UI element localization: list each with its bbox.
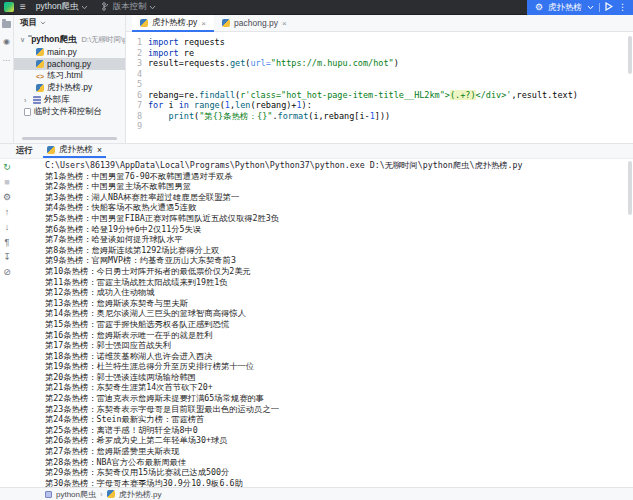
tree-item[interactable]: ›外部库	[14, 94, 125, 106]
project-name: python爬虫	[36, 1, 79, 13]
tree-item-label: 临时文件和控制台	[34, 106, 102, 118]
console-line: 第30条热榜：字母哥本赛季场均30.9分10.9板6.6助	[45, 478, 625, 487]
main-menu-icon[interactable]: ≡	[20, 2, 26, 12]
console-line: 第4条热榜：快船客场不敌热火遭遇5连败	[45, 202, 625, 213]
console-line: 第3条热榜：湖人NBA杯赛胜率超过雄鹿居全联盟第一	[45, 192, 625, 203]
console-line: 第28条热榜：NBA官方公布最新周最佳	[45, 457, 625, 468]
down-arrow-icon[interactable]: ↓	[2, 221, 13, 232]
code-line: import requests	[148, 37, 633, 48]
run-config-icon: ⚙	[535, 3, 543, 12]
console-line: 第7条热榜：哈登谈如何提升球队水平	[45, 234, 625, 245]
code-area[interactable]: 123456789 import requestsimport reresult…	[126, 32, 633, 143]
chevron-down-icon	[149, 5, 156, 10]
run-config-name[interactable]: 虎扑热榜	[548, 2, 582, 14]
breadcrumb-project[interactable]: python爬虫	[56, 489, 96, 500]
line-number: 6	[126, 90, 142, 101]
line-number: 8	[126, 111, 142, 122]
editor-tab[interactable]: 虎扑热榜.py×	[132, 15, 214, 31]
external-libraries-icon	[33, 96, 41, 104]
tree-root-path: D:\无聊时间\python爬虫	[81, 35, 125, 45]
console-line: 第1条热榜：中国男篮76-90不敌韩国遭遇对手双杀	[45, 171, 625, 182]
breadcrumb-file[interactable]: 虎扑热榜.py	[119, 489, 162, 500]
line-number: 4	[126, 69, 142, 80]
console-line: 第16条热榜：詹姆斯表示唯一在乎的就是胜利	[45, 330, 625, 341]
soft-wrap-icon[interactable]: ¶	[2, 236, 13, 247]
horizontal-scrollbar[interactable]	[22, 137, 117, 140]
console-output[interactable]: C:\Users\86139\AppData\Local\Programs\Py…	[45, 160, 625, 487]
console-line: 第6条热榜：哈登19分钟6中2仅11分5失误	[45, 224, 625, 235]
settings-icon[interactable]: ⚙	[2, 191, 13, 202]
commit-tool-icon[interactable]: ◉	[2, 36, 12, 46]
console-line: 第23条热榜：东契奇表示字母哥是目前联盟最出色的运动员之一	[45, 404, 625, 415]
chevron-collapsed-icon[interactable]: ›	[24, 97, 30, 104]
tree-item[interactable]: 虎扑热榜.py	[14, 82, 125, 94]
run-panel-header: 运行 虎扑热榜 ×	[0, 144, 633, 159]
run-panel: 运行 虎扑热榜 × ↻■⚙↑↓¶↧⊘ C:\Users\86139\AppDat…	[0, 143, 633, 487]
breadcrumb-separator: ›	[100, 490, 103, 499]
run-button[interactable]	[605, 2, 613, 13]
tree-item[interactable]: 临时文件和控制台	[14, 106, 125, 118]
tree-item[interactable]: main.py	[14, 46, 125, 58]
line-number: 3	[126, 58, 142, 69]
divider	[599, 3, 600, 12]
console-line: 第19条热榜：杜兰特生涯总得分升至历史排行榜第十一位	[45, 361, 625, 372]
branch-icon	[102, 2, 109, 13]
console-line: 第2条热榜：中国男篮主场不敌韩国男篮	[45, 181, 625, 192]
line-number: 2	[126, 48, 142, 59]
run-tab[interactable]: 虎扑热榜 ×	[43, 144, 106, 158]
chevron-down-icon	[40, 21, 46, 25]
project-panel-header[interactable]: 项目	[14, 15, 125, 32]
code-line	[148, 121, 633, 132]
pycharm-window: ≡ python爬虫 版本控制 ⚙ 虎扑热榜 ⋮ ◉ … 项目	[0, 0, 633, 500]
scrollbar-thumb[interactable]	[628, 161, 632, 215]
console-line: 第27条热榜：詹姆斯盛赞里夫斯表现	[45, 446, 625, 457]
pycharm-logo-icon	[4, 2, 14, 12]
close-icon[interactable]: ×	[201, 19, 206, 28]
more-tools-icon[interactable]: …	[2, 53, 12, 63]
more-actions-icon[interactable]: ⋮	[618, 3, 627, 12]
editor-tab[interactable]: pachong.py×	[214, 15, 295, 31]
python-file-icon	[36, 60, 44, 68]
tree-item[interactable]: <>练习.html	[14, 70, 125, 82]
close-icon[interactable]: ×	[97, 145, 102, 155]
line-number-gutter: 123456789	[126, 37, 148, 143]
console-line: 第17条热榜：郭士强回应首战失利	[45, 340, 625, 351]
editor-scrollbar[interactable]	[628, 36, 632, 74]
python-file-icon	[36, 48, 44, 56]
scroll-end-icon[interactable]: ↧	[2, 251, 13, 262]
scratch-file-icon	[24, 108, 31, 116]
stop-icon[interactable]: ■	[2, 176, 13, 187]
python-file-icon	[140, 19, 148, 27]
titlebar: ≡ python爬虫 版本控制 ⚙ 虎扑热榜 ⋮	[0, 0, 633, 15]
vcs-label: 版本控制	[112, 1, 146, 13]
console-line: 第5条热榜：中国男篮FIBA正赛对阵韩国队近五战仅取得2胜3负	[45, 213, 625, 224]
up-arrow-icon[interactable]: ↑	[2, 206, 13, 217]
tree-root[interactable]: ∨ python爬虫 D:\无聊时间\python爬虫	[14, 34, 125, 46]
chevron-expanded-icon[interactable]: ∨	[20, 36, 25, 44]
code-line	[148, 69, 633, 80]
console-scrollbar[interactable]	[628, 161, 632, 487]
left-tool-stripe: ◉ …	[0, 15, 14, 143]
console-line: 第20条热榜：郭士强谈连续两场输给韩国	[45, 372, 625, 383]
tree-item[interactable]: pachong.py	[14, 58, 125, 70]
clear-icon[interactable]: ⊘	[2, 266, 13, 277]
console-line: 第12条热榜：成功入住动物城	[45, 287, 625, 298]
rerun-icon[interactable]: ↻	[2, 161, 13, 172]
editor-tab-label: pachong.py	[234, 18, 278, 28]
close-icon[interactable]: ×	[282, 19, 287, 28]
editor-tab-label: 虎扑热榜.py	[152, 17, 197, 29]
code-line	[148, 79, 633, 90]
code-line: import re	[148, 48, 633, 59]
chevron-down-icon[interactable]	[587, 5, 594, 10]
python-file-icon	[107, 490, 115, 498]
vcs-widget[interactable]: 版本控制	[98, 0, 160, 14]
project-switcher[interactable]: python爬虫	[32, 0, 93, 14]
project-tool-icon[interactable]	[2, 19, 12, 29]
project-panel-title: 项目	[20, 17, 37, 29]
console-line: 第8条热榜：詹姆斯连续第1292场比赛得分上双	[45, 245, 625, 256]
tree-item-label: pachong.py	[47, 59, 91, 69]
module-icon	[45, 491, 52, 498]
console-line: 第25条热榜：离谱手感！胡明轩全场8中0	[45, 425, 625, 436]
python-file-icon	[36, 84, 44, 92]
run-toolbar: ↻■⚙↑↓¶↧⊘	[0, 161, 14, 277]
